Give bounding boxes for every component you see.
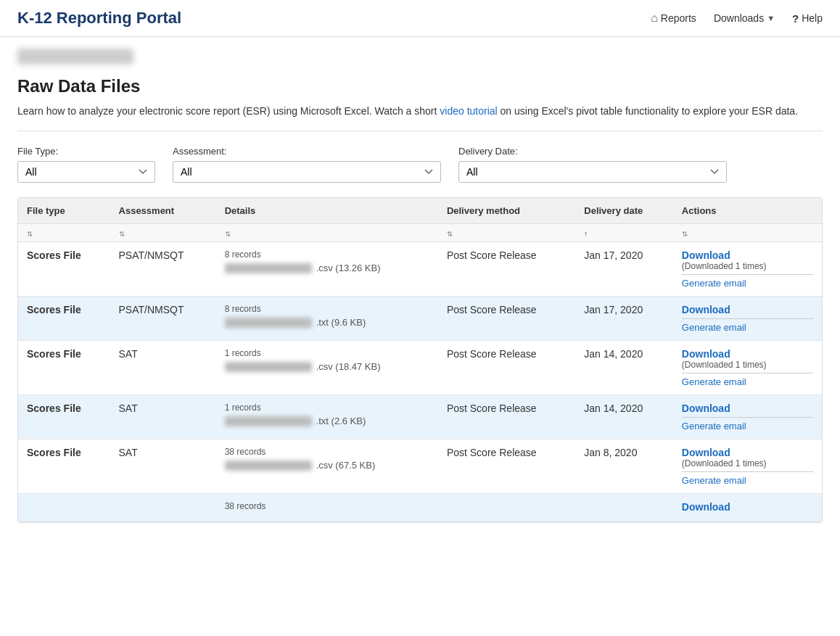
table-row: Scores File PSAT/NMSQT 8 records .csv (1…: [18, 242, 822, 297]
file-info-0: .csv (13.26 KB): [225, 263, 429, 273]
sort-file-type[interactable]: ⇅: [27, 231, 33, 238]
table-row: Scores File SAT 1 records .txt (2.6 KB) …: [18, 395, 822, 439]
file-type-label: File Type:: [17, 146, 155, 157]
breadcrumb-blurred: [17, 49, 133, 65]
cell-delivery-date-3: Jan 14, 2020: [575, 395, 673, 439]
table-row: Scores File SAT 1 records .csv (18.47 KB…: [18, 341, 822, 395]
cell-assessment-3: SAT: [110, 395, 216, 439]
filename-blurred-0: [225, 263, 312, 273]
data-table: File type Assessment Details Delivery me…: [18, 198, 822, 522]
home-icon: ⌂: [651, 12, 658, 25]
table-row: 38 records Download: [18, 494, 822, 522]
filename-blurred-1: [225, 318, 312, 328]
file-ext-4: .csv (67.5 KB): [316, 460, 376, 471]
cell-delivery-date-4: Jan 8, 2020: [575, 439, 673, 494]
video-tutorial-link[interactable]: video tutorial: [440, 105, 497, 117]
cell-assessment-0: PSAT/NMSQT: [110, 242, 216, 297]
downloads-chevron-icon: ▼: [767, 14, 775, 22]
table-body: Scores File PSAT/NMSQT 8 records .csv (1…: [18, 242, 822, 522]
records-count-4: 38 records: [225, 447, 429, 457]
file-info-2: .csv (18.47 KB): [225, 361, 429, 372]
cell-details-1: 8 records .txt (9.6 KB): [216, 297, 438, 341]
col-file-type: File type: [18, 198, 110, 224]
description-text-2: on using Excel's pivot table functionali…: [498, 105, 798, 117]
sort-delivery-date[interactable]: ↑: [584, 231, 588, 238]
records-count-0: 8 records: [225, 249, 429, 260]
assessment-filter: Assessment: All: [173, 146, 441, 183]
app-logo: K-12 Reporting Portal: [17, 9, 181, 28]
cell-delivery-method-1: Post Score Release: [438, 297, 575, 341]
records-count-1: 8 records: [225, 304, 429, 314]
cell-delivery-method-5: [438, 494, 575, 522]
downloads-nav-label: Downloads: [714, 12, 764, 24]
description-text-1: Learn how to analyze your electronic sco…: [17, 105, 440, 117]
sort-details[interactable]: ⇅: [225, 231, 231, 238]
generate-email-link-1[interactable]: Generate email: [682, 322, 813, 333]
download-count-0: (Downloaded 1 times): [682, 261, 813, 271]
main-content: Raw Data Files Learn how to analyze your…: [0, 37, 840, 523]
cell-details-2: 1 records .csv (18.47 KB): [216, 341, 438, 395]
cell-delivery-method-3: Post Score Release: [438, 395, 575, 439]
generate-email-link-2[interactable]: Generate email: [682, 376, 813, 387]
sort-delivery-method[interactable]: ⇅: [447, 231, 453, 238]
generate-email-link-0[interactable]: Generate email: [682, 278, 813, 289]
generate-email-link-4[interactable]: Generate email: [682, 475, 813, 486]
download-button-3[interactable]: Download: [682, 402, 813, 414]
filters-section: File Type: All Assessment: All Delivery …: [17, 146, 823, 183]
downloads-nav-item[interactable]: Downloads ▼: [714, 12, 775, 24]
cell-actions-4: Download (Downloaded 1 times) Generate e…: [673, 439, 822, 494]
cell-details-4: 38 records .csv (67.5 KB): [216, 439, 438, 494]
file-ext-1: .txt (9.6 KB): [316, 317, 366, 328]
cell-delivery-method-2: Post Score Release: [438, 341, 575, 395]
file-ext-3: .txt (2.6 KB): [316, 416, 366, 426]
download-button-2[interactable]: Download: [682, 348, 813, 360]
help-nav-item[interactable]: ? Help: [792, 12, 823, 25]
col-delivery-date: Delivery date: [575, 198, 673, 224]
sort-assessment[interactable]: ⇅: [119, 231, 125, 238]
cell-details-3: 1 records .txt (2.6 KB): [216, 395, 438, 439]
col-details: Details: [216, 198, 438, 224]
data-table-wrapper: File type Assessment Details Delivery me…: [17, 197, 823, 523]
download-count-2: (Downloaded 1 times): [682, 360, 813, 370]
table-header-row: File type Assessment Details Delivery me…: [18, 198, 822, 224]
cell-delivery-date-2: Jan 14, 2020: [575, 341, 673, 395]
table-row: Scores File PSAT/NMSQT 8 records .txt (9…: [18, 297, 822, 341]
cell-assessment-5: [110, 494, 216, 522]
cell-file-type-0: Scores File: [18, 242, 110, 297]
header-nav: ⌂ Reports Downloads ▼ ? Help: [651, 12, 823, 25]
col-delivery-method: Delivery method: [438, 198, 575, 224]
cell-file-type-1: Scores File: [18, 297, 110, 341]
delivery-date-select[interactable]: All: [458, 161, 727, 183]
cell-assessment-1: PSAT/NMSQT: [110, 297, 216, 341]
cell-file-type-3: Scores File: [18, 395, 110, 439]
col-assessment: Assessment: [110, 198, 216, 224]
header: K-12 Reporting Portal ⌂ Reports Download…: [0, 0, 840, 37]
sort-actions[interactable]: ⇅: [682, 231, 688, 238]
cell-delivery-date-0: Jan 17, 2020: [575, 242, 673, 297]
table-row: Scores File SAT 38 records .csv (67.5 KB…: [18, 439, 822, 494]
filename-blurred-4: [225, 461, 312, 471]
cell-assessment-2: SAT: [110, 341, 216, 395]
col-actions: Actions: [673, 198, 822, 224]
cell-details-5: 38 records: [216, 494, 438, 522]
download-button-0[interactable]: Download: [682, 249, 813, 261]
download-button-4[interactable]: Download: [682, 447, 813, 458]
download-button-5[interactable]: Download: [682, 501, 813, 513]
records-count-2: 1 records: [225, 348, 429, 358]
generate-email-link-3[interactable]: Generate email: [682, 421, 813, 431]
cell-delivery-date-5: [575, 494, 673, 522]
file-ext-0: .csv (13.26 KB): [316, 263, 381, 273]
reports-nav-label: Reports: [661, 12, 696, 24]
file-info-4: .csv (67.5 KB): [225, 460, 429, 471]
file-info-1: .txt (9.6 KB): [225, 317, 429, 328]
cell-details-0: 8 records .csv (13.26 KB): [216, 242, 438, 297]
cell-file-type-4: Scores File: [18, 439, 110, 494]
cell-actions-2: Download (Downloaded 1 times) Generate e…: [673, 341, 822, 395]
reports-nav-item[interactable]: ⌂ Reports: [651, 12, 696, 25]
cell-actions-3: Download Generate email: [673, 395, 822, 439]
download-button-1[interactable]: Download: [682, 304, 813, 315]
assessment-select[interactable]: All: [173, 161, 441, 183]
page-title: Raw Data Files: [17, 76, 823, 96]
cell-delivery-method-0: Post Score Release: [438, 242, 575, 297]
file-type-select[interactable]: All: [17, 161, 155, 183]
